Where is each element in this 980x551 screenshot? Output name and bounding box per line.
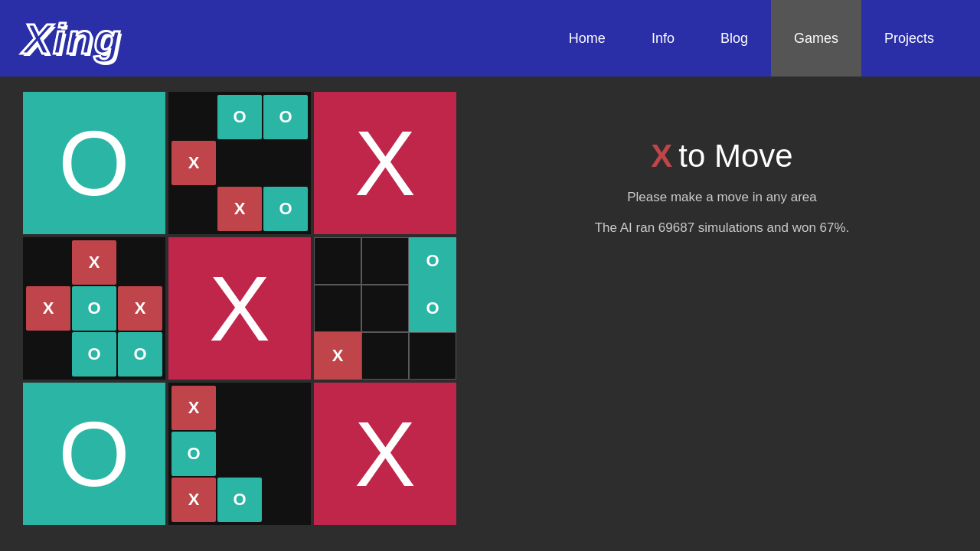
- big-symbol-6: O: [23, 383, 165, 525]
- info-panel: X to Move Please make a move in any area…: [487, 92, 957, 236]
- mini-cell: [263, 141, 308, 185]
- big-symbol-0: O: [23, 92, 165, 234]
- board-cell-3[interactable]: X X O X O O: [23, 237, 165, 380]
- mini-cell: [409, 332, 456, 380]
- ai-stats: The AI ran 69687 simulations and won 67%…: [595, 220, 850, 236]
- mini-grid-5: O O X: [314, 237, 456, 380]
- mini-cell: O: [172, 432, 216, 476]
- mini-cell: X: [172, 141, 216, 185]
- mini-cell: O: [72, 332, 116, 377]
- mini-grid-1: O O X X O: [168, 92, 311, 234]
- mini-cell: O: [72, 286, 116, 331]
- mini-cell: [263, 432, 308, 476]
- mini-cell: [217, 141, 262, 185]
- mini-cell: O: [263, 95, 308, 139]
- board-cell-8[interactable]: X: [314, 383, 456, 525]
- mini-cell: O: [217, 478, 262, 522]
- mini-cell: [361, 237, 409, 285]
- mini-cell: [361, 332, 409, 380]
- main-nav: Home Info Blog Games Projects: [546, 0, 957, 77]
- nav-games[interactable]: Games: [771, 0, 861, 77]
- turn-indicator: X to Move: [651, 138, 792, 174]
- board-cell-4[interactable]: X: [168, 237, 311, 380]
- board-cell-2[interactable]: X: [314, 92, 456, 234]
- mini-cell: X: [72, 240, 116, 285]
- mini-cell: [263, 478, 308, 522]
- nav-projects[interactable]: Projects: [861, 0, 957, 77]
- mini-cell: [263, 386, 308, 430]
- mini-cell: X: [26, 286, 70, 331]
- big-symbol-8: X: [314, 383, 456, 525]
- mini-cell: [217, 432, 262, 476]
- mini-cell: O: [409, 285, 456, 332]
- mini-grid-7: X O X O: [168, 383, 311, 525]
- mini-cell: X: [172, 478, 216, 522]
- nav-info[interactable]: Info: [629, 0, 697, 77]
- mini-cell: X: [217, 187, 262, 231]
- mini-cell: X: [172, 386, 216, 430]
- board-cell-0[interactable]: O: [23, 92, 165, 234]
- mini-cell: X: [118, 286, 162, 331]
- big-symbol-2: X: [314, 92, 456, 234]
- mini-cell: [314, 285, 361, 332]
- mini-cell: O: [217, 95, 262, 139]
- mini-cell: [314, 237, 361, 285]
- mini-cell: [172, 187, 216, 231]
- nav-home[interactable]: Home: [546, 0, 629, 77]
- mini-cell: [217, 386, 262, 430]
- mini-cell: [118, 240, 162, 285]
- game-board: O O O X X O X X: [23, 92, 456, 525]
- mini-cell: [361, 285, 409, 332]
- mini-cell: [172, 95, 216, 139]
- nav-blog[interactable]: Blog: [697, 0, 771, 77]
- site-logo: Xing: [23, 14, 122, 64]
- board-cell-7[interactable]: X O X O: [168, 383, 311, 525]
- board-cell-5[interactable]: O O X: [314, 237, 456, 380]
- mini-grid-3: X X O X O O: [23, 237, 165, 380]
- mini-cell: [26, 332, 70, 377]
- board-cell-6[interactable]: O: [23, 383, 165, 525]
- mini-cell: O: [118, 332, 162, 377]
- move-prompt: Please make a move in any area: [627, 190, 817, 205]
- mini-cell: X: [314, 332, 361, 380]
- turn-text: to Move: [678, 138, 792, 174]
- mini-cell: O: [409, 237, 456, 285]
- big-symbol-4: X: [168, 237, 311, 380]
- mini-cell: [26, 240, 70, 285]
- turn-symbol: X: [651, 138, 672, 174]
- board-cell-1[interactable]: O O X X O: [168, 92, 311, 234]
- mini-cell: O: [263, 187, 308, 231]
